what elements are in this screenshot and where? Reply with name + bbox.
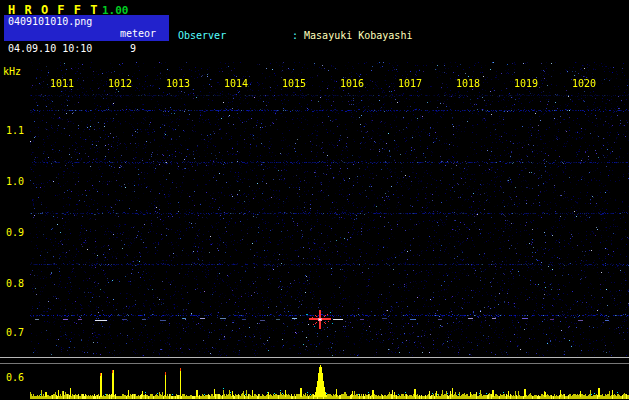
info-separator: : [292, 30, 304, 41]
info-label: Observer [178, 29, 292, 42]
x-tick-1013: 1013 [164, 78, 192, 89]
y-axis-unit: kHz [3, 66, 21, 77]
separator-line-upper [0, 357, 629, 358]
x-tick-1016: 1016 [338, 78, 366, 89]
x-tick-1014: 1014 [222, 78, 250, 89]
y-tick-0-7: 0.7 [6, 327, 24, 338]
output-filename: 0409101010.png [8, 16, 92, 27]
x-tick-1011: 1011 [48, 78, 76, 89]
info-value: Masayuki Kobayashi [304, 30, 412, 41]
y-tick-0-6: 0.6 [6, 372, 24, 383]
y-tick-1-1: 1.1 [6, 125, 24, 136]
x-tick-1015: 1015 [280, 78, 308, 89]
spectrogram-canvas [30, 62, 629, 356]
signal-level-canvas [30, 364, 629, 400]
y-tick-0-8: 0.8 [6, 278, 24, 289]
x-tick-1018: 1018 [454, 78, 482, 89]
y-tick-1-0: 1.0 [6, 176, 24, 187]
x-tick-1020: 1020 [570, 78, 598, 89]
echo-count: 9 [130, 43, 136, 54]
x-tick-1012: 1012 [106, 78, 134, 89]
datetime-label: 04.09.10 10:10 [8, 43, 92, 54]
x-tick-1019: 1019 [512, 78, 540, 89]
x-tick-1017: 1017 [396, 78, 424, 89]
mode-label: meteor [120, 28, 156, 39]
info-row-observer: Observer: Masayuki Kobayashi [178, 29, 587, 42]
hrofft-window: { "app": { "title": "H R O F F T", "vers… [0, 0, 629, 400]
filename-box: 0409101010.png meteor [4, 15, 169, 41]
y-tick-0-9: 0.9 [6, 227, 24, 238]
